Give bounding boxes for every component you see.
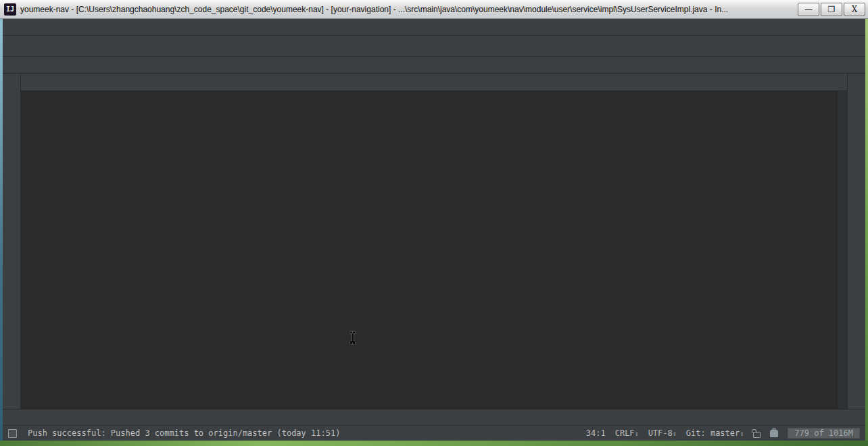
lock-icon[interactable] bbox=[753, 432, 761, 438]
status-message: Push successful: Pushed 3 commits to ori… bbox=[28, 428, 577, 438]
left-toolwindow-strip bbox=[3, 74, 21, 409]
encoding-selector[interactable]: UTF-8↕ bbox=[648, 428, 677, 438]
main-toolbar bbox=[3, 36, 865, 57]
toolwindow-toggle-icon[interactable] bbox=[8, 429, 17, 438]
menu-bar bbox=[3, 19, 865, 36]
memory-indicator[interactable]: 779 of 1016M bbox=[788, 428, 860, 439]
minimize-button[interactable]: — bbox=[798, 3, 819, 16]
window-title: youmeek-nav - [C:\Users\zhangchaohuang\z… bbox=[20, 5, 792, 14]
window-border-left bbox=[0, 19, 3, 441]
bottom-toolwindow-bar bbox=[3, 409, 865, 425]
right-toolwindow-strip bbox=[847, 74, 865, 409]
close-button[interactable]: X bbox=[844, 3, 865, 16]
ide-window: Push successful: Pushed 3 commits to ori… bbox=[3, 19, 865, 441]
code-editor[interactable] bbox=[21, 91, 837, 409]
hector-inspections-icon[interactable] bbox=[770, 430, 778, 437]
breadcrumb bbox=[3, 57, 865, 74]
window-border-bottom bbox=[0, 441, 868, 446]
git-branch-selector[interactable]: Git: master↕ bbox=[686, 428, 744, 438]
line-ending-selector[interactable]: CRLF↕ bbox=[615, 428, 639, 438]
app-icon: IJ bbox=[4, 3, 16, 16]
caret-position[interactable]: 34:1 bbox=[586, 428, 606, 438]
title-bar: IJ youmeek-nav - [C:\Users\zhangchaohuan… bbox=[0, 0, 868, 19]
error-stripe-scrollbar[interactable] bbox=[837, 91, 847, 409]
maximize-button[interactable]: ❐ bbox=[821, 3, 842, 16]
mouse-ibeam-cursor bbox=[349, 332, 356, 344]
editor-tab-bar bbox=[21, 74, 847, 91]
status-bar: Push successful: Pushed 3 commits to ori… bbox=[3, 425, 865, 441]
editor-area bbox=[21, 74, 847, 409]
window-border-right bbox=[865, 19, 868, 441]
